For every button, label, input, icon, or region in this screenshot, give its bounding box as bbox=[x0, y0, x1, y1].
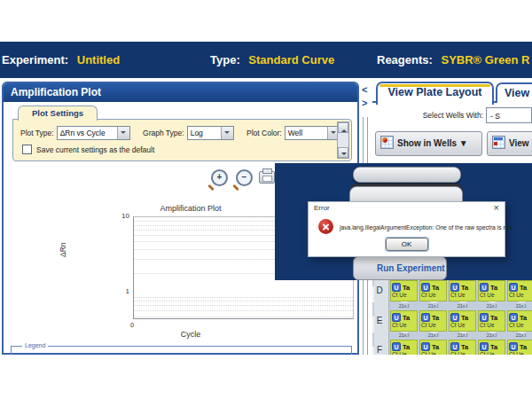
plate-row-label: F bbox=[372, 345, 387, 355]
plot-settings-row: Plot Type:ΔRn vs Cycle Graph Type:Log Pl… bbox=[20, 126, 351, 140]
expand-right-icon[interactable]: > bbox=[362, 98, 367, 108]
graph-type-select[interactable]: Log bbox=[187, 126, 234, 140]
plate-well[interactable]: UTaCt Ue bbox=[478, 340, 505, 355]
legend-group: Legend bbox=[11, 346, 352, 355]
type-label: Type: bbox=[210, 53, 240, 66]
well-detail: Ct Ue bbox=[421, 292, 446, 298]
well-target: Ta bbox=[490, 343, 497, 351]
reagents-value: SYBR® Green R bbox=[441, 53, 529, 66]
well-detail: Ct Ue bbox=[509, 292, 532, 298]
task-icon: U bbox=[392, 313, 401, 322]
scroll-down-icon[interactable] bbox=[338, 147, 348, 158]
well-annotation: 21x.l bbox=[506, 303, 532, 309]
tab-view-well-table[interactable]: View bbox=[496, 82, 532, 103]
dropdown-arrow-icon: ▼ bbox=[459, 138, 468, 148]
type-value: Standard Curve bbox=[248, 53, 334, 66]
graph-type-label: Graph Type: bbox=[143, 129, 184, 137]
well-annotation: 21x.l bbox=[477, 332, 506, 338]
plate-well[interactable]: UTaCt Ue bbox=[419, 310, 447, 332]
plate-well[interactable]: UTaCt Ue bbox=[478, 310, 505, 332]
well-detail: Ct Ue bbox=[450, 351, 475, 355]
settings-scrollbar[interactable] bbox=[337, 121, 349, 159]
plate-well[interactable]: UTaCt Ue bbox=[449, 340, 476, 355]
print-icon[interactable] bbox=[259, 171, 275, 184]
well-detail: Ct Ue bbox=[421, 322, 446, 328]
task-icon: U bbox=[392, 342, 401, 351]
plate-well[interactable]: UTaCt Ue bbox=[478, 280, 505, 301]
plate-well[interactable]: UTaCt Ue bbox=[507, 280, 532, 301]
well-detail: Ct Ue bbox=[480, 322, 505, 328]
experiment-field: Experiment: Untitled bbox=[2, 53, 120, 66]
well-target: Ta bbox=[490, 284, 497, 292]
plate-well[interactable]: UTaCt Ue bbox=[507, 310, 532, 332]
tab-view-plate-layout[interactable]: View Plate Layout bbox=[376, 82, 494, 105]
well-detail: Ct Ue bbox=[480, 292, 505, 298]
gridline bbox=[134, 301, 353, 301]
run-experiment-label: Run Experiment bbox=[377, 263, 445, 273]
task-icon: U bbox=[509, 342, 518, 351]
plate-well[interactable]: UTaCt Ue bbox=[390, 340, 418, 355]
well-annotation: 21x.l bbox=[448, 303, 477, 309]
save-default-label: Save current settings as the default bbox=[36, 145, 154, 154]
well-detail: Ct Ue bbox=[392, 322, 417, 328]
gridline bbox=[134, 305, 353, 306]
y-tick-1: 1 bbox=[108, 287, 129, 295]
save-default-checkbox[interactable] bbox=[22, 145, 32, 154]
chevron-down-icon bbox=[117, 127, 129, 139]
run-experiment-button[interactable]: Run Experiment bbox=[353, 256, 447, 280]
collapse-left-icon[interactable]: < bbox=[362, 84, 367, 95]
plate-well[interactable]: UTaCt Ue bbox=[449, 310, 476, 332]
app-window: Experiment: Untitled Type: Standard Curv… bbox=[0, 0, 532, 399]
select-wells-dropdown[interactable]: - S bbox=[486, 107, 532, 123]
well-detail: Ct Ue bbox=[450, 322, 475, 328]
experiment-label: Experiment: bbox=[2, 53, 68, 66]
well-annotation: 21x.l bbox=[477, 303, 506, 309]
zoom-out-icon[interactable]: − bbox=[236, 169, 253, 186]
well-annotation: 21x.l bbox=[389, 303, 419, 309]
experiment-value: Untitled bbox=[77, 53, 120, 66]
plate-well[interactable]: UTaCt Ue bbox=[419, 340, 447, 355]
x-axis-label: Cycle bbox=[62, 330, 319, 339]
hidden-button[interactable] bbox=[353, 167, 461, 183]
task-icon: U bbox=[480, 313, 489, 322]
plate-well[interactable]: UTaCt Ue bbox=[449, 280, 476, 301]
well-detail: Ct Ue bbox=[450, 292, 475, 298]
well-detail: Ct Ue bbox=[392, 292, 417, 298]
well-target: Ta bbox=[520, 343, 527, 351]
plate-well[interactable]: UTaCt Ue bbox=[419, 280, 447, 301]
well-detail: Ct Ue bbox=[509, 351, 532, 355]
plate-well[interactable]: UTaCt Ue bbox=[390, 310, 418, 332]
y-axis-label: ΔRn bbox=[59, 242, 67, 257]
plot-type-label: Plot Type: bbox=[20, 129, 54, 137]
save-default-row: Save current settings as the default bbox=[22, 145, 154, 154]
close-icon[interactable]: × bbox=[494, 202, 499, 213]
plate-well[interactable]: UTaCt Ue bbox=[507, 340, 532, 355]
task-icon: U bbox=[450, 283, 459, 292]
plate-well[interactable]: UTaCt Ue bbox=[390, 280, 418, 301]
plot-settings-box: Plot Type:ΔRn vs Cycle Graph Type:Log Pl… bbox=[12, 119, 352, 161]
ok-button[interactable]: OK bbox=[386, 238, 428, 251]
show-in-wells-button[interactable]: Show in Wells ▼ bbox=[375, 131, 482, 156]
select-wells-row: Select Wells With: - S bbox=[372, 107, 532, 125]
dialog-title: Error bbox=[314, 204, 330, 212]
zoom-in-icon[interactable]: + bbox=[211, 169, 228, 186]
well-detail: Ct Ue bbox=[480, 351, 505, 355]
view-legend-button[interactable]: View L bbox=[487, 131, 532, 156]
plot-color-select[interactable]: Well bbox=[285, 126, 340, 140]
well-target: Ta bbox=[432, 314, 439, 322]
plot-type-select[interactable]: ΔRn vs Cycle bbox=[57, 126, 130, 140]
task-icon: U bbox=[392, 283, 401, 292]
scroll-up-icon[interactable] bbox=[338, 122, 348, 133]
gridline bbox=[134, 310, 353, 311]
gridline bbox=[134, 297, 353, 298]
tab-plot-settings[interactable]: Plot Settings bbox=[18, 106, 98, 121]
well-target: Ta bbox=[461, 284, 468, 292]
chevron-down-icon bbox=[221, 127, 233, 139]
well-target: Ta bbox=[403, 284, 410, 292]
well-detail: Ct Ue bbox=[509, 322, 532, 328]
plate-toolbar: Show in Wells ▼ View L bbox=[372, 131, 532, 158]
y-tick-10: 10 bbox=[108, 212, 129, 220]
task-icon: U bbox=[480, 283, 489, 292]
task-icon: U bbox=[509, 283, 518, 292]
plot-color-label: Plot Color: bbox=[246, 129, 282, 137]
